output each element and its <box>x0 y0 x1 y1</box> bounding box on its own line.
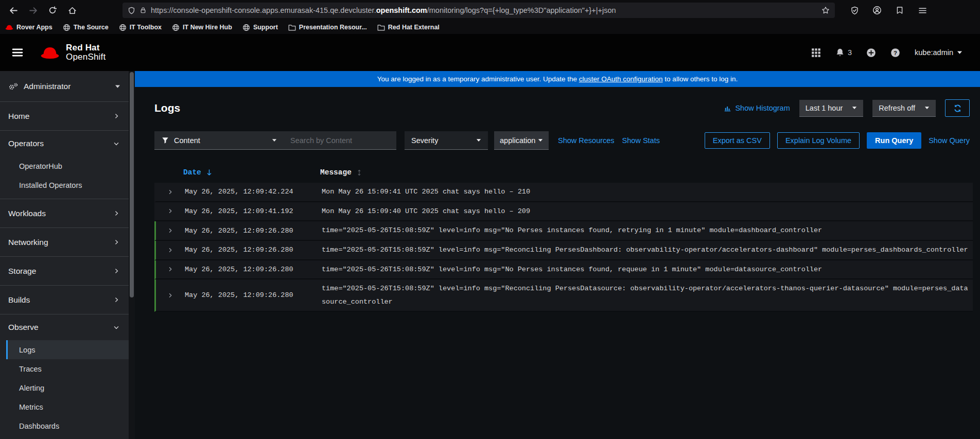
shield-icon[interactable] <box>128 7 135 14</box>
brand-redhat: Red Hat <box>66 43 106 52</box>
caret-down-icon <box>476 138 481 142</box>
nav-label: Observe <box>8 323 39 332</box>
lock-icon[interactable] <box>139 7 147 14</box>
help-icon[interactable]: ? <box>890 48 900 58</box>
log-date: May 26, 2025, 12:09:42.224 <box>185 188 322 196</box>
expand-row-chevron-icon[interactable] <box>156 228 185 233</box>
back-icon[interactable] <box>5 3 22 18</box>
run-query-button[interactable]: Run Query <box>867 132 921 149</box>
explain-log-volume-button[interactable]: Explain Log Volume <box>777 132 860 149</box>
caret-down-icon <box>272 138 277 142</box>
add-plus-icon[interactable] <box>866 48 876 58</box>
attribute-dropdown[interactable]: Content <box>154 131 284 149</box>
chevron-right-icon <box>114 210 119 216</box>
bookmark-star-icon[interactable] <box>821 6 830 14</box>
show-query-link[interactable]: Show Query <box>929 136 970 145</box>
redhat-fedora-icon <box>40 45 60 60</box>
app-launcher-icon[interactable] <box>811 48 821 58</box>
show-stats-link[interactable]: Show Stats <box>622 136 660 145</box>
banner-text-before: You are logged in as a temporary adminis… <box>377 75 579 83</box>
page-title: Logs <box>154 102 180 114</box>
chevron-right-icon <box>114 268 119 274</box>
menu-icon[interactable] <box>914 3 931 18</box>
reload-icon[interactable] <box>44 3 61 18</box>
export-csv-button[interactable]: Export as CSV <box>705 132 770 149</box>
sidebar-item-networking[interactable]: Networking <box>0 228 129 257</box>
bookmark-label: Red Hat External <box>388 24 440 31</box>
app-body: Administrator HomeOperatorsOperatorHubIn… <box>0 71 980 439</box>
sidebar-item-storage[interactable]: Storage <box>0 257 129 286</box>
sidebar-item-metrics[interactable]: Metrics <box>0 397 129 416</box>
expand-row-chevron-icon[interactable] <box>156 189 185 195</box>
show-histogram-link[interactable]: Show Histogram <box>724 104 790 112</box>
refresh-interval-select[interactable]: Refresh off <box>872 100 936 117</box>
time-range-select[interactable]: Last 1 hour <box>799 100 864 117</box>
log-table-header: Date Message <box>154 165 973 183</box>
sidebar-item-traces[interactable]: Traces <box>0 359 129 378</box>
content-filter-group: Content <box>154 131 396 150</box>
search-input[interactable] <box>284 131 396 149</box>
bookmark-item[interactable]: Red Hat External <box>377 24 440 31</box>
bookmark-item[interactable]: IT New Hire Hub <box>172 24 232 31</box>
severity-select[interactable]: Severity <box>405 131 488 150</box>
url-bar[interactable]: https://console-openshift-console.apps.e… <box>122 3 835 18</box>
oauth-config-link[interactable]: cluster OAuth configuration <box>579 75 663 83</box>
library-icon[interactable] <box>891 3 908 18</box>
expand-row-chevron-icon[interactable] <box>156 208 185 214</box>
log-table-row: May 26, 2025, 12:09:42.224Mon May 26 15:… <box>154 183 973 202</box>
log-message: Mon May 26 15:09:41 UTC 2025 chat says h… <box>322 183 973 201</box>
bookmark-item[interactable]: IT Toolbox <box>119 24 162 31</box>
sidebar-item-logs[interactable]: Logs <box>6 340 129 359</box>
log-message: time="2025-05-26T15:08:59Z" level=info m… <box>322 241 973 259</box>
sidebar-scrollbar[interactable] <box>129 71 135 439</box>
expand-row-chevron-icon[interactable] <box>156 248 185 253</box>
nav-toggle-icon[interactable] <box>8 43 27 62</box>
bookmark-item[interactable]: The Source <box>63 24 109 31</box>
sidebar-item-dashboards[interactable]: Dashboards <box>0 416 129 435</box>
toolbar-right-icons <box>846 3 931 18</box>
user-menu[interactable]: kube:admin <box>915 48 962 57</box>
nav-label: Networking <box>8 238 48 247</box>
sidebar-item-installed-operators[interactable]: Installed Operators <box>0 175 129 195</box>
message-column-header[interactable]: Message <box>320 168 973 177</box>
sidebar-item-builds[interactable]: Builds <box>0 286 129 314</box>
folder-icon <box>377 24 385 31</box>
expand-row-chevron-icon[interactable] <box>156 293 185 298</box>
forward-icon[interactable] <box>25 3 41 18</box>
date-column-header[interactable]: Date <box>183 168 320 177</box>
tenant-select[interactable]: application <box>494 131 549 150</box>
show-resources-link[interactable]: Show Resources <box>558 136 615 145</box>
url-domain: openshift.com <box>376 6 427 14</box>
globe-icon <box>242 24 250 31</box>
globe-icon <box>63 24 71 31</box>
folder-icon <box>288 24 296 31</box>
scrollbar-thumb[interactable] <box>130 72 134 297</box>
time-range-value: Last 1 hour <box>806 104 843 112</box>
sync-refresh-button[interactable] <box>945 99 970 117</box>
sidebar-item-operatorhub[interactable]: OperatorHub <box>0 156 129 175</box>
bookmark-item[interactable]: Presentation Resour... <box>288 24 367 31</box>
perspective-switcher[interactable]: Administrator <box>0 71 129 102</box>
log-message: time="2025-05-26T15:08:59Z" level=info m… <box>322 279 973 311</box>
bookmark-label: IT New Hire Hub <box>183 24 232 31</box>
bookmark-item[interactable]: Support <box>242 24 278 31</box>
log-table-row: May 26, 2025, 12:09:26.280time="2025-05-… <box>154 241 973 260</box>
sidebar-item-home[interactable]: Home <box>0 102 129 131</box>
svg-text:?: ? <box>894 49 897 56</box>
sidebar-item-alerting[interactable]: Alerting <box>0 378 129 397</box>
banner-text-after: to allow others to log in. <box>663 75 738 83</box>
nav-label: Storage <box>8 267 36 276</box>
bookmark-item[interactable]: Rover Apps <box>5 24 52 31</box>
chevron-right-icon <box>114 113 119 119</box>
sidebar-item-workloads[interactable]: Workloads <box>0 199 129 228</box>
expand-row-chevron-icon[interactable] <box>156 267 185 272</box>
shield-check-icon[interactable] <box>846 3 863 18</box>
log-table-row: May 26, 2025, 12:09:26.280time="2025-05-… <box>154 279 973 312</box>
globe-icon <box>119 24 127 31</box>
bookmark-label: Presentation Resour... <box>299 24 367 31</box>
sidebar-item-observe[interactable]: Observe <box>0 314 129 340</box>
home-icon[interactable] <box>64 3 80 18</box>
sidebar-item-operators[interactable]: Operators <box>0 131 129 156</box>
account-icon[interactable] <box>869 3 885 18</box>
notifications-bell-icon[interactable]: 3 <box>835 48 852 57</box>
